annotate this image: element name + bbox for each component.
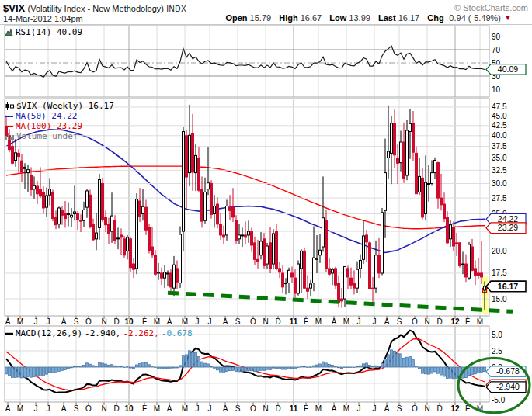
- svg-text:J: J: [208, 404, 212, 413]
- svg-text:16.17: 16.17: [498, 282, 518, 291]
- svg-text:S: S: [74, 317, 79, 326]
- svg-text:J: J: [196, 404, 200, 413]
- candlestick-chart-icon: [5, 102, 14, 110]
- svg-text:M: M: [343, 317, 349, 326]
- macd-legend: MACD(12,26,9) -2.940, -2.262, -0.678: [5, 328, 193, 338]
- svg-text:J: J: [357, 317, 361, 326]
- chg-value: -0.94 (-5.49%): [447, 13, 501, 23]
- symbol-label: $VIX: [3, 2, 25, 14]
- svg-text:M: M: [315, 404, 322, 413]
- rsi-legend: RSI(14) 40.09: [5, 27, 82, 37]
- svg-text:10: 10: [124, 317, 134, 326]
- svg-text:A: A: [5, 317, 11, 326]
- copyright: © StockCharts.com: [454, 3, 528, 12]
- low-value: 13.99: [349, 13, 370, 23]
- svg-text:D: D: [113, 317, 119, 326]
- svg-text:F: F: [465, 317, 470, 326]
- svg-text:N: N: [424, 404, 429, 413]
- ma100-legend-label: MA(100) 23.29: [16, 121, 82, 131]
- svg-text:F: F: [142, 317, 147, 326]
- chg-label: Chg: [427, 13, 443, 23]
- svg-text:A: A: [332, 404, 337, 413]
- svg-text:A: A: [5, 404, 11, 413]
- svg-text:S: S: [397, 317, 402, 326]
- svg-text:M: M: [315, 317, 322, 326]
- x-axis-macd: AMJJASOND10FMAMJJASOND11FMAMJJASOND12FM: [5, 402, 484, 413]
- low-label: Low: [329, 13, 346, 23]
- svg-text:A: A: [223, 317, 228, 326]
- svg-text:42.5: 42.5: [492, 121, 507, 130]
- svg-text:M: M: [477, 317, 483, 326]
- svg-text:A: A: [384, 404, 390, 413]
- svg-text:A: A: [332, 317, 337, 326]
- rsi-line: [6, 46, 485, 77]
- svg-text:J: J: [34, 317, 38, 326]
- svg-text:N: N: [101, 317, 106, 326]
- svg-text:O: O: [250, 404, 256, 413]
- svg-text:10: 10: [492, 85, 501, 94]
- svg-text:M: M: [17, 317, 23, 326]
- svg-text:D: D: [436, 317, 442, 326]
- svg-text:J: J: [196, 317, 200, 326]
- volume-legend-label: Volume undef: [16, 131, 78, 141]
- svg-text:A: A: [61, 404, 67, 413]
- svg-text:5.0: 5.0: [492, 331, 502, 339]
- svg-text:O: O: [85, 404, 92, 413]
- svg-text:J: J: [357, 404, 361, 413]
- svg-text:F: F: [304, 317, 308, 326]
- svg-text:A: A: [167, 317, 172, 326]
- main-legend-symbol: $VIX (Weekly) 16.17: [16, 101, 114, 111]
- svg-text:70: 70: [492, 46, 501, 54]
- svg-text:J: J: [373, 404, 377, 413]
- svg-text:O: O: [412, 317, 418, 326]
- svg-text:O: O: [412, 404, 418, 413]
- svg-text:-5.0: -5.0: [492, 396, 506, 404]
- svg-text:J: J: [47, 404, 50, 413]
- svg-text:M: M: [343, 404, 349, 413]
- svg-text:D: D: [436, 404, 442, 413]
- main-legend: $VIX (Weekly) 16.17 MA(50) 24.22 MA(100)…: [5, 101, 114, 141]
- svg-text:M: M: [182, 317, 188, 326]
- last-price-box: 16.17: [486, 281, 526, 292]
- svg-text:J: J: [47, 317, 50, 326]
- svg-text:A: A: [167, 404, 172, 413]
- svg-text:45.0: 45.0: [492, 112, 507, 120]
- svg-text:A: A: [61, 317, 67, 326]
- svg-text:27.5: 27.5: [492, 194, 507, 203]
- svg-text:17.5: 17.5: [492, 269, 507, 277]
- svg-text:O: O: [250, 317, 256, 326]
- svg-text:35.0: 35.0: [492, 154, 507, 162]
- svg-text:15.0: 15.0: [492, 295, 507, 303]
- svg-text:N: N: [424, 317, 429, 326]
- svg-text:-0.678: -0.678: [496, 366, 520, 376]
- svg-text:11: 11: [290, 317, 298, 326]
- high-label: High: [279, 13, 297, 23]
- x-axis-main: AMJJASOND10FMAMJJASOND11FMAMJJASOND12FM: [5, 316, 484, 326]
- svg-text:J: J: [208, 317, 212, 326]
- svg-text:J: J: [34, 404, 38, 413]
- svg-text:D: D: [275, 317, 280, 326]
- svg-text:37.5: 37.5: [492, 142, 507, 151]
- open-label: Open: [225, 13, 247, 23]
- macd-histogram: [5, 350, 486, 379]
- svg-text:20.0: 20.0: [492, 247, 507, 255]
- svg-text:S: S: [397, 404, 402, 413]
- chart-canvas: 907050301047.545.042.540.037.535.032.530…: [0, 0, 532, 416]
- svg-text:12: 12: [450, 404, 460, 413]
- svg-text:F: F: [304, 404, 308, 413]
- stockcharts-chart: 907050301047.545.042.540.037.535.032.530…: [0, 0, 532, 416]
- svg-text:O: O: [85, 317, 92, 326]
- svg-text:11: 11: [290, 404, 298, 413]
- symbol-name: (Volatility Index - New Methodology): [28, 4, 164, 13]
- svg-text:32.5: 32.5: [492, 166, 507, 175]
- ma100-value-box: 23.29: [486, 223, 526, 234]
- svg-text:23.29: 23.29: [498, 223, 518, 232]
- change-down-icon: ▼: [504, 13, 512, 22]
- svg-text:M: M: [17, 404, 23, 413]
- svg-text:40.0: 40.0: [492, 131, 507, 140]
- chart-title: $VIX (Volatility Index - New Methodology…: [3, 2, 186, 14]
- svg-text:M: M: [154, 317, 160, 326]
- svg-text:2.5: 2.5: [492, 347, 502, 355]
- svg-text:F: F: [142, 404, 147, 413]
- hist-value: -0.678: [162, 328, 193, 338]
